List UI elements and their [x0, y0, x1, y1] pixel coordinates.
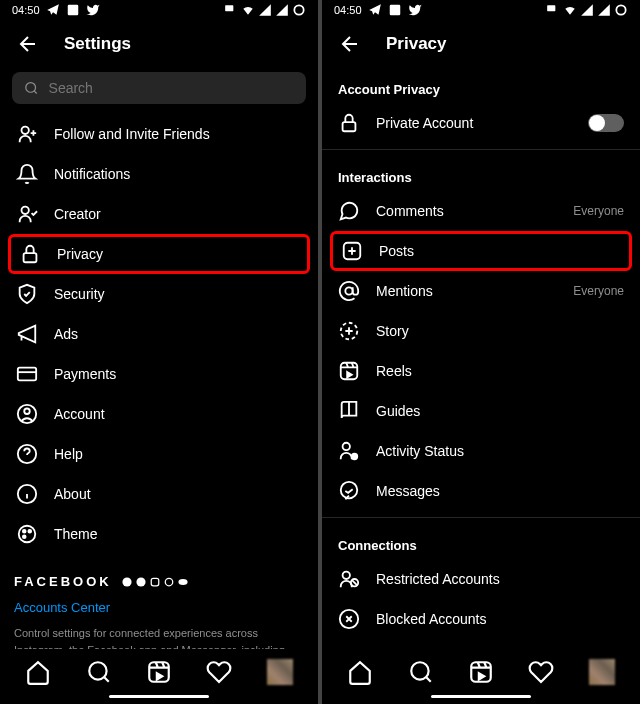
facebook-description: Control settings for connected experienc… [14, 625, 304, 649]
nav-search[interactable] [408, 659, 434, 685]
account-icon [16, 403, 38, 425]
telegram-icon [46, 3, 60, 17]
messages-item[interactable]: Messages [322, 471, 640, 511]
svg-point-28 [345, 287, 352, 294]
activity-status-item[interactable]: Activity Status [322, 431, 640, 471]
item-label: Payments [54, 366, 302, 382]
svg-rect-7 [18, 368, 36, 381]
search-input[interactable] [49, 80, 294, 96]
whatsapp-icon [164, 577, 174, 587]
item-label: Mentions [376, 283, 557, 299]
nav-reels[interactable] [468, 659, 494, 685]
nav-reels[interactable] [146, 659, 172, 685]
back-button[interactable] [338, 32, 362, 56]
search-icon [24, 80, 39, 96]
privacy-header: Privacy [322, 20, 640, 68]
privacy-item[interactable]: Privacy [8, 234, 310, 274]
nav-search[interactable] [86, 659, 112, 685]
item-value: Everyone [573, 284, 624, 298]
notifications-item[interactable]: Notifications [0, 154, 318, 194]
item-label: Activity Status [376, 443, 624, 459]
mentions-item[interactable]: Mentions Everyone [322, 271, 640, 311]
about-item[interactable]: About [0, 474, 318, 514]
comments-item[interactable]: Comments Everyone [322, 191, 640, 231]
help-icon [16, 443, 38, 465]
guides-item[interactable]: Guides [322, 391, 640, 431]
nav-profile[interactable] [267, 659, 293, 685]
svg-point-16 [123, 577, 132, 586]
shield-icon [16, 283, 38, 305]
item-label: Private Account [376, 115, 572, 131]
item-label: Follow and Invite Friends [54, 126, 302, 142]
theme-item[interactable]: Theme [0, 514, 318, 554]
item-label: Comments [376, 203, 557, 219]
posts-item[interactable]: Posts [330, 231, 632, 271]
megaphone-icon [16, 323, 38, 345]
svg-point-25 [616, 5, 625, 14]
restricted-item[interactable]: Restricted Accounts [322, 559, 640, 599]
signal2-icon [275, 3, 289, 17]
nav-profile[interactable] [589, 659, 615, 685]
svg-rect-24 [547, 5, 555, 11]
search-box[interactable] [12, 72, 306, 104]
section-title: Interactions [322, 156, 640, 191]
svg-point-31 [343, 443, 350, 450]
item-label: About [54, 486, 302, 502]
status-time: 04:50 [12, 4, 40, 16]
blocked-item[interactable]: Blocked Accounts [322, 599, 640, 639]
svg-point-13 [23, 530, 26, 533]
posts-icon [341, 240, 363, 262]
private-toggle[interactable] [588, 114, 624, 132]
image-icon [66, 3, 80, 17]
story-item[interactable]: Story [322, 311, 640, 351]
cast-icon [546, 3, 560, 17]
item-label: Security [54, 286, 302, 302]
item-label: Privacy [57, 246, 299, 262]
facebook-title: FACEBOOK [14, 574, 112, 589]
help-item[interactable]: Help [0, 434, 318, 474]
follow-invite-item[interactable]: Follow and Invite Friends [0, 114, 318, 154]
item-label: Account [54, 406, 302, 422]
back-button[interactable] [16, 32, 40, 56]
svg-point-12 [19, 526, 36, 543]
ads-item[interactable]: Ads [0, 314, 318, 354]
circle-icon [614, 3, 628, 17]
svg-point-5 [22, 207, 29, 214]
nav-activity[interactable] [528, 659, 554, 685]
item-label: Notifications [54, 166, 302, 182]
account-item[interactable]: Account [0, 394, 318, 434]
oculus-icon [178, 577, 188, 587]
item-label: Reels [376, 363, 624, 379]
theme-icon [16, 523, 38, 545]
twitter-icon [408, 3, 422, 17]
section-title: Account Privacy [322, 68, 640, 103]
svg-point-32 [352, 454, 358, 460]
story-icon [338, 320, 360, 342]
payments-item[interactable]: Payments [0, 354, 318, 394]
svg-rect-6 [24, 253, 37, 262]
nav-activity[interactable] [206, 659, 232, 685]
info-icon [16, 483, 38, 505]
svg-point-20 [179, 579, 188, 585]
nav-home[interactable] [25, 659, 51, 685]
svg-point-34 [343, 572, 350, 579]
private-account-item[interactable]: Private Account [322, 103, 640, 143]
svg-point-19 [165, 578, 173, 586]
twitter-icon [86, 3, 100, 17]
card-icon [16, 363, 38, 385]
security-item[interactable]: Security [0, 274, 318, 314]
svg-point-37 [411, 662, 428, 679]
muted-item[interactable]: Muted Accounts [322, 639, 640, 649]
item-value: Everyone [573, 204, 624, 218]
svg-point-14 [28, 530, 31, 533]
nav-home[interactable] [347, 659, 373, 685]
item-label: Theme [54, 526, 302, 542]
creator-item[interactable]: Creator [0, 194, 318, 234]
image-icon [388, 3, 402, 17]
accounts-center-link[interactable]: Accounts Center [14, 600, 304, 615]
settings-header: Settings [0, 20, 318, 68]
item-label: Story [376, 323, 624, 339]
circle-icon [292, 3, 306, 17]
item-label: Restricted Accounts [376, 571, 624, 587]
reels-item[interactable]: Reels [322, 351, 640, 391]
